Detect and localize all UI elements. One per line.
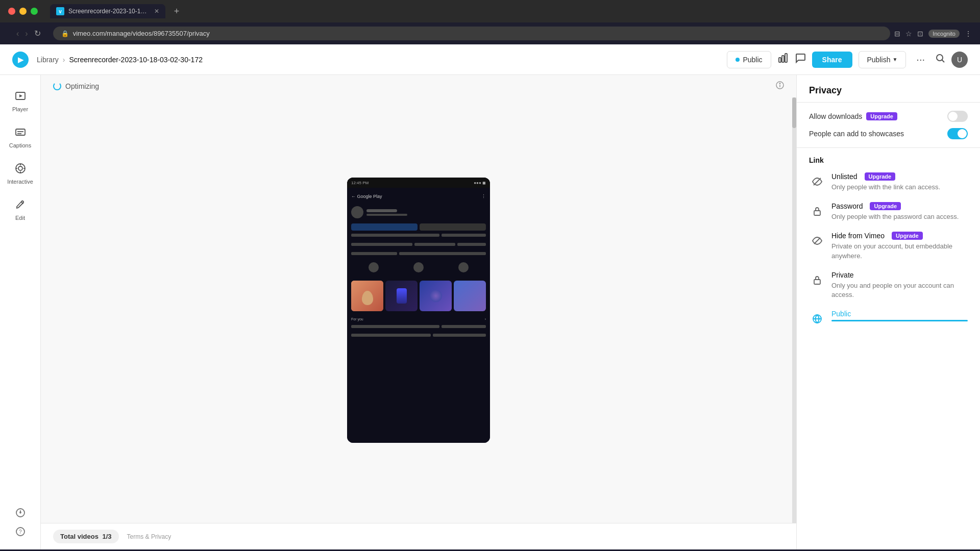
share-button[interactable]: Share — [812, 52, 852, 68]
link-option-unlisted[interactable]: Unlisted Upgrade Only people with the li… — [809, 172, 968, 192]
avatar[interactable]: U — [951, 52, 968, 68]
showcases-toggle[interactable] — [947, 128, 968, 139]
allow-downloads-upgrade-badge[interactable]: Upgrade — [866, 112, 897, 120]
interactive-icon — [15, 163, 26, 177]
showcases-label: People can add to showcases — [809, 130, 904, 138]
phone-primary-btn — [351, 223, 418, 231]
tab-close-button[interactable]: ✕ — [154, 8, 159, 15]
hide-from-vimeo-name: Hide from Vimeo — [831, 232, 885, 240]
vimeo-logo[interactable]: ▶ — [12, 52, 29, 68]
back-button[interactable]: ‹ — [16, 29, 19, 38]
menu-icon[interactable]: ⋮ — [965, 30, 972, 38]
privacy-panel-header: Privacy — [797, 75, 980, 103]
hide-from-vimeo-description: Private on your account, but embeddable … — [831, 242, 968, 260]
left-sidebar: Player Captions — [0, 75, 41, 549]
hide-from-vimeo-content: Hide from Vimeo Upgrade Private on your … — [831, 232, 968, 260]
svg-rect-7 — [16, 129, 25, 135]
unlisted-upgrade-badge[interactable]: Upgrade — [865, 172, 896, 181]
link-section: Link Unlisted Upgrade Only — [797, 148, 980, 349]
avatar-initial: U — [957, 56, 962, 64]
phone-icons-row — [351, 258, 486, 277]
phone-cell-10 — [351, 334, 431, 337]
phone-screen: 12:45 PM ●●● ◼ ← Google Play ⋮ — [347, 178, 490, 443]
player-label: Player — [12, 106, 28, 112]
edit-label: Edit — [15, 215, 25, 221]
info-icon[interactable] — [776, 81, 784, 91]
compass-icon[interactable] — [15, 508, 26, 520]
public-label: Public — [743, 56, 762, 64]
svg-line-26 — [814, 238, 820, 244]
password-description: Only people with the password can access… — [831, 212, 968, 221]
publish-button[interactable]: Publish ▼ — [859, 51, 906, 68]
hide-from-vimeo-upgrade-badge[interactable]: Upgrade — [892, 232, 923, 240]
phone-icon-2 — [413, 262, 424, 272]
more-button[interactable]: ··· — [912, 52, 929, 67]
sidebar-item-player[interactable]: Player — [3, 85, 38, 117]
browser-close-button[interactable] — [8, 8, 15, 15]
video-title: Screenrecorder-2023-10-18-03-02-30-172 — [69, 56, 203, 64]
scrollbar-track — [792, 97, 796, 523]
breadcrumb-separator: › — [63, 56, 65, 64]
extensions-icon[interactable]: ⊡ — [917, 30, 923, 38]
svg-marker-18 — [19, 510, 21, 514]
phone-grid-row-1 — [351, 234, 486, 237]
help-icon[interactable]: ? — [15, 527, 26, 539]
phone-thumb-1 — [351, 281, 383, 311]
forward-button[interactable]: › — [25, 29, 28, 38]
sidebar-item-edit[interactable]: Edit — [3, 194, 38, 226]
address-bar[interactable]: 🔒 vimeo.com/manage/videos/896735507/priv… — [53, 27, 891, 40]
allow-downloads-toggle[interactable] — [947, 111, 968, 122]
active-tab[interactable]: v Screenrecorder-2023-10-18-03... ✕ — [50, 4, 165, 18]
breadcrumb: Library › Screenrecorder-2023-10-18-03-0… — [37, 56, 203, 64]
allow-downloads-label: Allow downloads — [809, 112, 862, 120]
video-area: Optimizing 12:45 PM ●●● ◼ — [41, 75, 796, 549]
phone-icon-1 — [369, 262, 379, 272]
sidebar-item-interactive[interactable]: Interactive — [3, 158, 38, 190]
bookmark-icon[interactable]: ☆ — [905, 30, 912, 38]
cast-icon[interactable]: ⊟ — [894, 30, 900, 38]
analytics-icon[interactable] — [777, 53, 789, 66]
reload-button[interactable]: ↻ — [34, 29, 41, 38]
phone-buttons — [351, 223, 486, 231]
privacy-title: Privacy — [809, 85, 968, 96]
sidebar-item-captions[interactable]: Captions — [3, 121, 38, 154]
phone-cell-2 — [442, 234, 486, 237]
password-upgrade-badge[interactable]: Upgrade — [870, 202, 901, 210]
phone-cell-7 — [399, 252, 486, 255]
phone-avatar — [351, 206, 363, 218]
phone-thumbnails — [351, 281, 486, 311]
new-tab-button[interactable]: + — [169, 4, 184, 18]
showcases-row: People can add to showcases — [809, 128, 968, 139]
hide-from-vimeo-header: Hide from Vimeo Upgrade — [831, 232, 968, 240]
terms-privacy-link[interactable]: Terms & Privacy — [127, 533, 172, 540]
private-icon — [809, 272, 825, 288]
private-header: Private — [831, 271, 968, 279]
phone-row-5 — [351, 334, 486, 337]
unlisted-name: Unlisted — [831, 172, 857, 181]
password-header: Password Upgrade — [831, 202, 968, 210]
scrollbar-thumb[interactable] — [792, 97, 796, 128]
link-option-public[interactable]: Public — [809, 310, 968, 331]
link-option-password[interactable]: Password Upgrade Only people with the pa… — [809, 202, 968, 221]
browser-maximize-button[interactable] — [31, 8, 38, 15]
browser-toolbar: ‹ › ↻ 🔒 vimeo.com/manage/videos/89673550… — [0, 22, 980, 44]
video-scrollbar[interactable] — [792, 97, 796, 523]
optimizing-indicator: Optimizing — [53, 82, 99, 90]
phone-thumb-3 — [420, 281, 452, 311]
link-section-title: Link — [809, 156, 968, 164]
link-option-private[interactable]: Private Only you and people on your acco… — [809, 271, 968, 299]
allow-downloads-label-group: Allow downloads Upgrade — [809, 112, 897, 120]
total-videos-label: Total videos — [60, 533, 99, 540]
browser-minimize-button[interactable] — [19, 8, 27, 15]
phone-section-2 — [351, 234, 486, 255]
link-option-hide-from-vimeo[interactable]: Hide from Vimeo Upgrade Private on your … — [809, 232, 968, 260]
phone-cell-9 — [442, 325, 486, 328]
nav-actions: Public Share Publish ▼ ··· — [727, 51, 968, 68]
library-link[interactable]: Library — [37, 56, 59, 64]
phone-profile-info — [366, 209, 486, 216]
search-icon[interactable] — [935, 53, 945, 66]
comments-icon[interactable] — [795, 53, 806, 66]
tab-title: Screenrecorder-2023-10-18-03... — [68, 8, 150, 15]
public-dot — [736, 58, 740, 62]
public-button[interactable]: Public — [727, 51, 771, 68]
